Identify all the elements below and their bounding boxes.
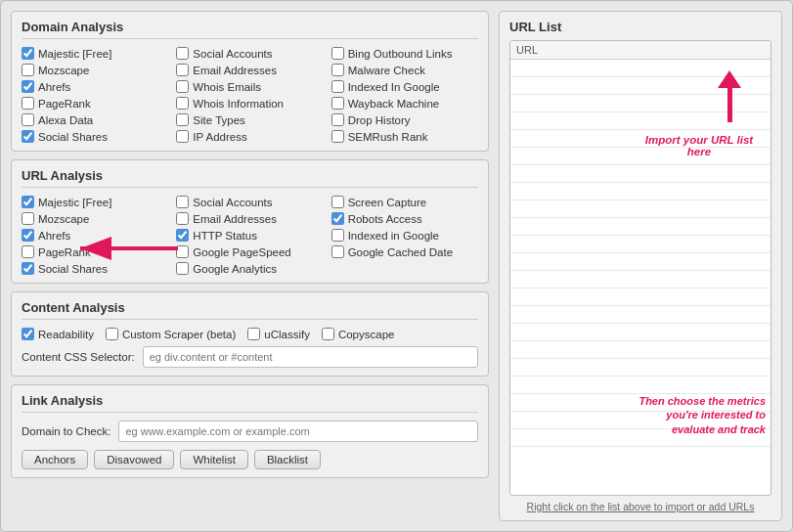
css-selector-input[interactable] xyxy=(143,346,478,368)
checkbox-label: Email Addresses xyxy=(193,213,277,225)
checkbox-item: Wayback Machine xyxy=(331,97,478,110)
checkbox-input[interactable] xyxy=(331,80,344,93)
checkbox-label: Google Analytics xyxy=(193,263,277,275)
checkbox-input[interactable] xyxy=(22,97,34,110)
checkbox-label: Whois Information xyxy=(193,98,284,110)
checkbox-input[interactable] xyxy=(176,113,189,126)
checkbox-item: PageRank xyxy=(22,245,168,258)
link-analysis-button[interactable]: Blacklist xyxy=(254,450,321,469)
checkbox-input[interactable] xyxy=(331,64,344,76)
checkbox-input[interactable] xyxy=(22,64,34,76)
checkbox-input[interactable] xyxy=(176,245,189,258)
checkbox-label: Drop History xyxy=(348,114,411,126)
checkbox-item: Google Cached Date xyxy=(331,245,478,258)
checkbox-label: Malware Check xyxy=(348,65,425,76)
link-analysis-title: Link Analysis xyxy=(22,393,478,413)
checkbox-input[interactable] xyxy=(176,64,189,76)
checkbox-input[interactable] xyxy=(176,262,189,275)
checkbox-input[interactable] xyxy=(22,245,34,258)
checkbox-label: Site Types xyxy=(193,114,245,126)
checkbox-label: PageRank xyxy=(38,98,91,110)
checkbox-item: IP Address xyxy=(176,130,323,143)
link-analysis-button[interactable]: Disavowed xyxy=(94,450,174,469)
checkbox-item: SEMRush Rank xyxy=(331,130,478,143)
content-checkbox-item: Copyscape xyxy=(322,328,395,340)
url-line xyxy=(510,324,771,341)
checkbox-item: Site Types xyxy=(176,113,323,126)
domain-check-label: Domain to Check: xyxy=(22,425,110,437)
checkbox-input[interactable] xyxy=(22,130,34,143)
checkbox-item: Mozscape xyxy=(22,212,168,225)
checkbox-item: Screen Capture xyxy=(331,196,478,208)
checkbox-label: PageRank xyxy=(38,246,91,258)
checkbox-item: Whois Emails xyxy=(176,80,323,93)
checkbox-input[interactable] xyxy=(176,80,189,93)
css-selector-label: Content CSS Selector: xyxy=(22,351,135,363)
checkbox-input[interactable] xyxy=(331,113,344,126)
checkbox-input[interactable] xyxy=(176,229,189,242)
checkbox-item: Google PageSpeed xyxy=(176,245,323,258)
checkbox-input[interactable] xyxy=(176,212,189,225)
content-checkbox-label: Copyscape xyxy=(338,329,395,340)
url-textarea-wrapper[interactable]: URL Import your URL list here Then choos… xyxy=(509,40,771,496)
checkbox-input[interactable] xyxy=(22,229,34,242)
link-analysis-button[interactable]: Anchors xyxy=(22,450,88,469)
content-checkbox-input[interactable] xyxy=(322,328,334,340)
url-analysis-title: URL Analysis xyxy=(22,168,478,188)
checkbox-input[interactable] xyxy=(22,196,34,208)
checkbox-input[interactable] xyxy=(331,212,344,225)
content-checkbox-input[interactable] xyxy=(106,328,118,340)
checkbox-input[interactable] xyxy=(331,196,344,208)
url-line xyxy=(510,236,771,253)
checkbox-item: Indexed In Google xyxy=(331,80,478,93)
content-checkbox-input[interactable] xyxy=(247,328,260,340)
content-checkbox-label: Readability xyxy=(38,329,94,340)
checkbox-label: Indexed In Google xyxy=(348,81,440,93)
right-panel: URL List URL Import your URL list here T… xyxy=(499,11,782,521)
url-list-section: URL List URL Import your URL list here T… xyxy=(499,11,782,521)
domain-check-input[interactable] xyxy=(118,421,478,442)
checkbox-item: Email Addresses xyxy=(176,212,323,225)
checkbox-input[interactable] xyxy=(22,212,34,225)
checkbox-label: Wayback Machine xyxy=(348,98,440,110)
content-checkbox-item: Readability xyxy=(22,328,94,340)
domain-check-row: Domain to Check: xyxy=(22,421,478,442)
checkbox-input[interactable] xyxy=(331,229,344,242)
checkbox-placeholder xyxy=(331,262,478,275)
checkbox-label: Screen Capture xyxy=(348,197,427,208)
link-analysis-button[interactable]: Whitelist xyxy=(180,450,247,469)
domain-analysis-section: Domain Analysis Majestic [Free]Social Ac… xyxy=(11,11,489,152)
checkbox-input[interactable] xyxy=(22,113,34,126)
checkbox-label: Ahrefs xyxy=(38,81,70,93)
checkbox-label: Email Addresses xyxy=(193,65,277,76)
checkbox-input[interactable] xyxy=(176,196,189,208)
checkbox-input[interactable] xyxy=(176,130,189,143)
content-checkbox-input[interactable] xyxy=(22,328,34,340)
url-list-title: URL List xyxy=(509,20,771,34)
left-panel: Domain Analysis Majestic [Free]Social Ac… xyxy=(11,11,489,521)
content-checkbox-item: uClassify xyxy=(247,328,310,340)
link-analysis-section: Link Analysis Domain to Check: AnchorsDi… xyxy=(11,384,489,478)
checkbox-input[interactable] xyxy=(22,80,34,93)
checkbox-input[interactable] xyxy=(331,47,344,60)
checkbox-label: Majestic [Free] xyxy=(38,197,111,208)
url-column-header: URL xyxy=(510,41,771,60)
checkbox-input[interactable] xyxy=(176,97,189,110)
checkbox-item: Bing Outbound Links xyxy=(331,47,478,60)
choose-metrics-text: Then choose the metrics you're intereste… xyxy=(629,394,766,436)
checkbox-input[interactable] xyxy=(176,47,189,60)
url-bottom-text-content: Right click on the list above to import … xyxy=(527,501,755,512)
checkbox-input[interactable] xyxy=(331,245,344,258)
checkbox-label: Social Accounts xyxy=(193,197,272,208)
content-analysis-title: Content Analysis xyxy=(22,300,478,320)
checkbox-input[interactable] xyxy=(331,130,344,143)
checkbox-label: Whois Emails xyxy=(193,81,261,93)
checkbox-item: Social Accounts xyxy=(176,196,323,208)
checkbox-input[interactable] xyxy=(22,47,34,60)
checkbox-input[interactable] xyxy=(22,262,34,275)
checkbox-item: PageRank xyxy=(22,97,168,110)
checkbox-input[interactable] xyxy=(331,97,344,110)
url-line xyxy=(510,271,771,288)
checkbox-item: Ahrefs xyxy=(22,80,168,93)
checkbox-item: Robots Access xyxy=(331,212,478,225)
